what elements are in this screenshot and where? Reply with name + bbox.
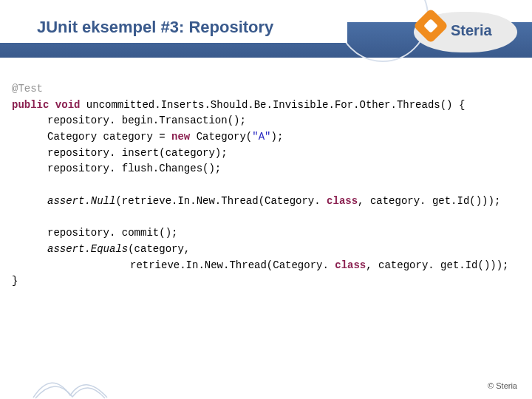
code-line-new-category-b: Category( [190, 131, 252, 143]
annotation-test: @Test [12, 83, 43, 95]
code-block: @Test public void uncommitted.Inserts.Sh… [12, 81, 520, 290]
assert-equals-call: assert.Equals [47, 243, 128, 255]
logo-badge: Steria [414, 6, 517, 58]
brace-open: { [453, 99, 466, 111]
kw-void: void [55, 99, 81, 111]
copyright-text: © Steria [488, 381, 517, 390]
string-literal-a: "A" [252, 131, 270, 143]
kw-class-1: class [327, 195, 358, 207]
decorative-scribble [30, 362, 111, 399]
kw-new: new [171, 131, 190, 143]
assert-equals-args-a: (category, [128, 243, 190, 255]
code-line-commit: repository. commit(); [47, 227, 177, 239]
assert-null-call: assert.Null [47, 195, 115, 207]
code-line-new-category-c: ); [270, 131, 283, 143]
assert-null-args-a: (retrieve.In.New.Thread(Category. [115, 195, 327, 207]
slide-header: JUnit eksempel #3: Repository Steria [0, 0, 532, 66]
slide-title: JUnit eksempel #3: Repository [37, 18, 279, 37]
logo-text: Steria [451, 22, 492, 39]
code-line-begin-tx: repository. begin.Transaction(); [47, 115, 246, 126]
code-line-flush: repository. flush.Changes(); [47, 163, 221, 174]
brace-close: } [12, 275, 18, 287]
kw-class-2: class [335, 259, 366, 271]
assert-equals-line2-b: , category. get.Id())); [366, 259, 508, 271]
assert-null-args-b: , category. get.Id())); [358, 195, 500, 207]
assert-equals-line2-a: retrieve.In.New.Thread(Category. [130, 259, 335, 271]
kw-public: public [12, 99, 49, 111]
code-line-insert: repository. insert(category); [47, 147, 228, 159]
test-method-name: uncommitted.Inserts.Should.Be.Invisible.… [86, 99, 453, 111]
code-line-new-category-a: Category category = [47, 131, 171, 143]
